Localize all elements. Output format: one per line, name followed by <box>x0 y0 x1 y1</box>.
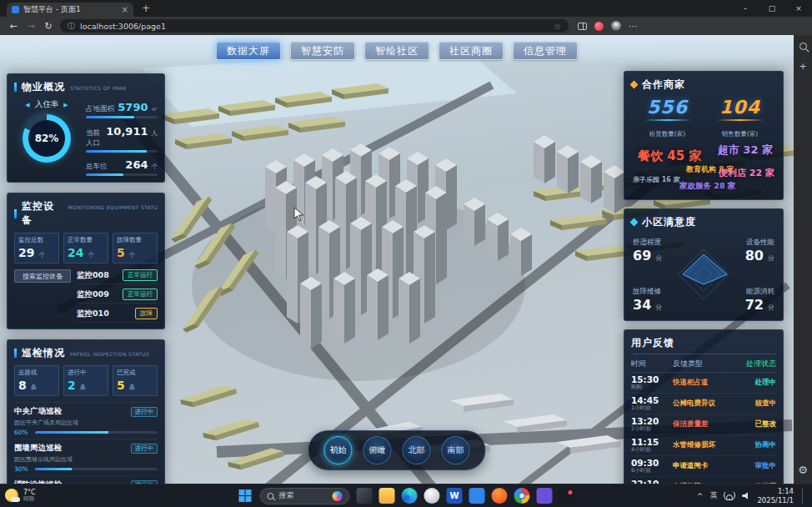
language-indicator[interactable]: 英 <box>709 490 717 501</box>
feedback-status: 协商中 <box>741 440 776 450</box>
new-tab-button[interactable]: + <box>142 3 150 14</box>
maximize-button[interactable]: □ <box>759 0 785 17</box>
feedback-row: 15:30刚刚 快递柜占道 处理中 <box>631 373 776 394</box>
view-button-north[interactable]: 北部 <box>403 436 431 464</box>
site-favicon-icon <box>12 6 19 13</box>
view-button-initial[interactable]: 初始 <box>324 436 353 464</box>
stat-label: 总路线 <box>18 369 55 377</box>
route-progress-value: 60% <box>14 429 31 436</box>
metric-unit: 分 <box>655 304 662 311</box>
app-icon[interactable] <box>424 488 440 504</box>
show-desktop-button[interactable] <box>802 489 804 504</box>
word-icon[interactable]: W <box>447 488 463 504</box>
stat-value: 24 <box>68 246 83 259</box>
stat-label: 进行中 <box>68 369 104 377</box>
feedback-type: 保洁质量差 <box>673 419 741 429</box>
column-header: 时间 <box>631 359 673 369</box>
sidebar-search-icon[interactable] <box>799 43 807 50</box>
tab-info-management[interactable]: 信息管理 <box>513 42 578 60</box>
tab-close-icon[interactable]: × <box>122 5 128 14</box>
weather-widget[interactable]: 7°C 晴朗 <box>5 489 130 503</box>
volume-icon[interactable] <box>742 492 750 500</box>
panel-accent-mark <box>14 83 17 92</box>
view-button-south[interactable]: 南部 <box>442 436 470 464</box>
firefox-icon[interactable] <box>492 488 508 504</box>
minimize-button[interactable]: – <box>732 0 759 17</box>
device-status-badge: 正常运行 <box>123 289 158 300</box>
app-icon[interactable] <box>537 488 553 504</box>
panel-diamond-icon <box>630 81 639 89</box>
tab-data-screen[interactable]: 数据大屏 <box>216 42 281 60</box>
dashboard-page: 数据大屏 智慧安防 智绘社区 社区商圈 信息管理 物业概况 STATISTICS… <box>0 35 794 484</box>
task-view-icon[interactable] <box>357 488 373 504</box>
patrol-route-list: 中央广场巡检 进行中 园区中央广场及周边区域 60% 围墙周边巡检 进行中 <box>14 402 158 484</box>
column-header: 反馈类型 <box>673 359 741 369</box>
site-info-icon[interactable]: ⓘ <box>68 21 75 32</box>
address-bar[interactable]: ⓘ localhost:3006/page1 ☆ <box>60 19 569 33</box>
browser-toolbar: ← → ↻ ⓘ localhost:3006/page1 ☆ ⋯ <box>0 17 812 35</box>
stat-label: 正常数量 <box>68 236 104 244</box>
stat-unit: ㎡ <box>152 105 158 113</box>
back-button[interactable]: ← <box>8 21 19 32</box>
refresh-button[interactable]: ↻ <box>43 21 54 32</box>
stat-value: 10,911 <box>106 125 148 138</box>
panel-title: 物业概况 <box>22 80 65 94</box>
feedback-row: 22:10昨天 空调故障 待处理 <box>631 477 776 484</box>
view-button-overview[interactable]: 俯瞰 <box>363 436 392 464</box>
tab-community-business[interactable]: 社区商圈 <box>439 42 504 60</box>
rental-count: 556 租赁数量(家) <box>631 97 704 139</box>
feedback-row: 14:451小时前 公摊电费异议 核查中 <box>631 394 776 414</box>
search-monitor-button[interactable]: 搜索监控设备 <box>14 269 71 283</box>
taskbar-search-box[interactable]: 搜索 <box>260 488 350 504</box>
tab-smart-security[interactable]: 智慧安防 <box>290 42 355 60</box>
feedback-type: 水管维修损坏 <box>673 440 741 450</box>
browser-tab[interactable]: 智慧平台 - 页面1 × <box>7 3 133 17</box>
taskbar-clock[interactable]: 1:14 2025/11/1 <box>757 487 794 504</box>
split-screen-icon[interactable] <box>578 23 587 30</box>
file-explorer-icon[interactable] <box>379 488 395 504</box>
property-stat: 当前人口 10,911 人 <box>86 125 158 153</box>
stat-unit: 条 <box>80 384 87 391</box>
monitor-total-box: 监控总数 29 个 <box>14 233 59 264</box>
forward-button[interactable]: → <box>25 21 37 32</box>
patrol-done-box: 已完成 5 条 <box>113 365 158 396</box>
stat-value: 5 <box>117 379 125 392</box>
close-button[interactable]: × <box>785 0 812 17</box>
profile-avatar[interactable] <box>611 21 621 31</box>
app-icon[interactable] <box>469 488 485 504</box>
stat-unit: 个 <box>88 251 95 259</box>
merchant-tag-cloud: 餐饮 45 家 超市 32 家 教育机构 8 家 便利店 22 家 亲子乐园 1… <box>631 142 776 193</box>
satisfaction-metric: 舒适程度 69 分 <box>633 238 684 264</box>
carousel-label: 入住率 <box>35 99 59 110</box>
route-desc: 园区中央广场及周边区域 <box>14 419 158 427</box>
feedback-ago: 2小时前 <box>631 426 673 432</box>
carousel-prev-icon[interactable]: ◀ <box>25 102 29 108</box>
metric-underline <box>644 119 692 121</box>
extension-icon[interactable] <box>594 22 604 31</box>
feedback-type: 申请道闸卡 <box>673 461 741 471</box>
browser-titlebar: 智慧平台 - 页面1 × + – □ × <box>0 0 812 17</box>
edge-sidebar: + ⚙ <box>794 35 812 484</box>
settings-gear-icon[interactable]: ⚙ <box>798 464 808 476</box>
feedback-type: 公摊电费异议 <box>673 399 741 409</box>
tray-chevron-icon[interactable]: ^ <box>697 492 704 500</box>
panel-accent-mark <box>14 209 17 218</box>
tab-smart-community[interactable]: 智绘社区 <box>364 42 429 60</box>
wifi-icon[interactable] <box>724 492 735 500</box>
favorites-star-icon[interactable]: ☆ <box>554 22 561 31</box>
edge-icon[interactable] <box>402 488 418 504</box>
feedback-table-body: 15:30刚刚 快递柜占道 处理中 14:451小时前 公摊电费异议 核查中 1… <box>631 373 776 484</box>
stat-unit: 人 <box>152 129 158 138</box>
device-row: 监控008 正常运行 <box>77 269 158 284</box>
monitor-fault-box: 故障数量 5 个 <box>113 233 158 264</box>
panel-satisfaction: 小区满意度 舒适程度 69 分 设备性能 <box>624 208 784 321</box>
app-icon[interactable] <box>559 488 575 504</box>
property-stat: 总车位 264 个 <box>86 158 158 176</box>
chrome-icon[interactable] <box>514 488 530 504</box>
carousel-next-icon[interactable]: ▶ <box>63 102 68 108</box>
more-menu-icon[interactable]: ⋯ <box>629 21 638 32</box>
start-button[interactable] <box>238 488 253 504</box>
search-icon <box>268 493 274 499</box>
sidebar-add-icon[interactable]: + <box>799 62 806 71</box>
panel-title: 监控设备 <box>22 199 63 228</box>
